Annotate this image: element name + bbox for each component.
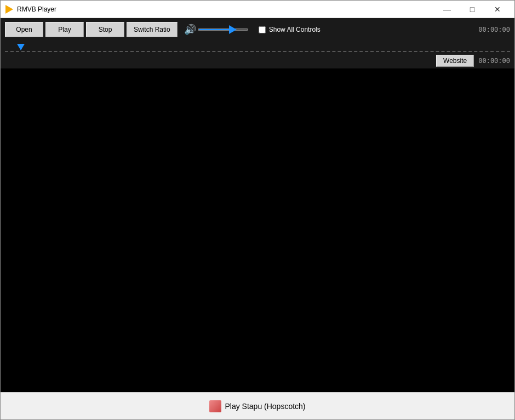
open-button[interactable]: Open — [5, 22, 43, 37]
volume-thumb[interactable] — [229, 25, 237, 34]
volume-track — [198, 28, 248, 31]
seek-track — [5, 51, 510, 52]
switch-ratio-button[interactable]: Switch Ratio — [127, 22, 178, 37]
window-title: RMVB Player — [17, 5, 434, 13]
volume-fill — [199, 29, 233, 30]
stop-button[interactable]: Stop — [86, 22, 124, 37]
time-display-bottom: 00:00:00 — [478, 57, 510, 65]
volume-icon[interactable]: 🔊 — [184, 24, 196, 36]
footer-text: Play Stapu (Hopscotch) — [225, 402, 305, 411]
bottom-bar: Website 00:00:00 — [1, 53, 514, 68]
volume-section: 🔊 — [184, 24, 248, 36]
window-controls: — □ ✕ — [434, 1, 510, 18]
play-button[interactable]: Play — [45, 22, 84, 37]
footer: Play Stapu (Hopscotch) — [1, 392, 514, 419]
app-icon — [5, 5, 14, 14]
show-all-controls-checkbox[interactable] — [259, 26, 266, 33]
show-controls-section: Show All Controls — [259, 26, 321, 33]
controls-bar: Open Play Stop Switch Ratio 🔊 Show All C… — [1, 18, 514, 41]
main-window: RMVB Player — □ ✕ Open Play Stop Switch … — [0, 0, 515, 420]
play-triangle-icon — [5, 5, 13, 14]
video-area — [1, 68, 514, 392]
title-bar: RMVB Player — □ ✕ — [1, 1, 514, 18]
minimize-button[interactable]: — — [434, 1, 460, 18]
website-button[interactable]: Website — [436, 55, 474, 67]
seek-dashes — [5, 42, 510, 52]
time-display-top: 00:00:00 — [478, 26, 510, 33]
footer-thumbnail-icon — [209, 400, 221, 412]
seek-thumb[interactable] — [17, 44, 25, 50]
close-button[interactable]: ✕ — [485, 1, 510, 18]
maximize-button[interactable]: □ — [460, 1, 485, 18]
seek-area[interactable] — [1, 41, 514, 53]
show-all-controls-label[interactable]: Show All Controls — [269, 26, 321, 33]
volume-slider[interactable] — [198, 25, 248, 34]
